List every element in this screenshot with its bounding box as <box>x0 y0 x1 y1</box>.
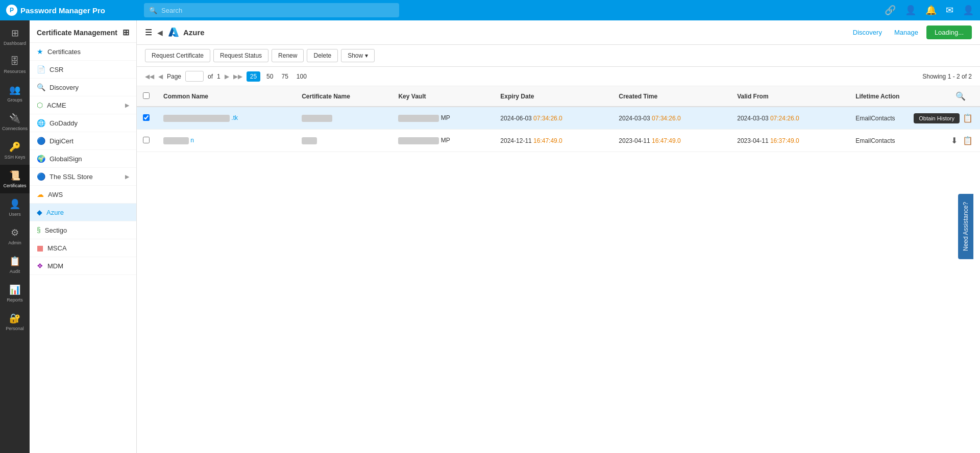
row2-checkbox[interactable] <box>143 137 150 143</box>
user-icon[interactable]: 👤 <box>905 5 916 16</box>
manage-action-button[interactable]: Manage <box>890 26 922 39</box>
show-dropdown-button[interactable]: Show ▾ <box>341 49 374 62</box>
row1-key-vault: MP <box>392 107 494 130</box>
per-page-100-button[interactable]: 100 <box>295 72 309 81</box>
sidebar-item-discovery[interactable]: 🔍 Discovery <box>30 79 136 96</box>
reports-label: Reports <box>7 297 23 303</box>
page-input[interactable]: 1 <box>185 71 204 82</box>
row1-valid-from: 2024-03-03 07:24:26.0 <box>731 107 849 130</box>
sidebar-item-msca[interactable]: ▦ MSCA <box>30 239 136 257</box>
mail-icon[interactable]: ✉ <box>946 5 953 16</box>
reports-icon: 📊 <box>9 284 20 295</box>
row2-key-vault-blurred <box>398 137 439 144</box>
row2-common-name-blurred <box>163 137 189 144</box>
col-header-expiry-date: Expiry Date <box>494 86 612 107</box>
aws-label: AWS <box>48 191 63 198</box>
per-page-25-button[interactable]: 25 <box>247 71 260 82</box>
profile-icon[interactable]: 👤 <box>963 5 974 16</box>
notification-icon[interactable]: 🔔 <box>925 5 937 16</box>
row2-valid-from-time-val: 16:37:49.0 <box>770 137 799 144</box>
resources-icon: 🗄 <box>10 56 19 67</box>
row1-obtain-history-button[interactable]: 📋 <box>962 112 974 124</box>
row1-common-name-blurred <box>163 115 230 122</box>
request-status-button[interactable]: Request Status <box>213 49 268 62</box>
sidebar-item-aws[interactable]: ☁ AWS <box>30 186 136 204</box>
sidebar-item-ssh-keys[interactable]: 🔑 SSH Keys <box>0 136 30 165</box>
sidebar-title: Certificate Management <box>37 29 117 37</box>
sidebar-item-groups[interactable]: 👥 Groups <box>0 79 30 108</box>
row2-valid-from: 2023-04-11 16:37:49.0 <box>731 130 849 152</box>
breadcrumb: Azure <box>168 27 205 38</box>
row2-download-button[interactable]: ⬇ <box>950 135 959 146</box>
sslstore-label: The SSL Store <box>50 173 93 181</box>
last-page-button[interactable]: ▶▶ <box>233 73 242 80</box>
sidebar-item-certificates[interactable]: ★ Certificates <box>30 43 136 61</box>
sidebar-item-connections[interactable]: 🔌 Connections <box>0 108 30 136</box>
row2-lifetime-action: EmailContacts <box>849 130 939 152</box>
row2-obtain-history-button[interactable]: 📋 <box>962 135 974 146</box>
table-search-button[interactable]: 🔍 <box>955 91 966 101</box>
admin-label: Admin <box>8 240 21 245</box>
table-row: n MP 2024-12-11 16:47:49.0 <box>137 130 980 152</box>
first-page-button[interactable]: ◀◀ <box>145 73 154 80</box>
loading-button[interactable]: Loading... <box>926 26 972 39</box>
col-header-valid-from: Valid From <box>731 86 849 107</box>
sidebar-item-sectigo[interactable]: § Sectigo <box>30 221 136 239</box>
sidebar-item-audit[interactable]: 📋 Audit <box>0 250 30 279</box>
delete-button[interactable]: Delete <box>307 49 338 62</box>
of-label: of <box>208 73 213 80</box>
connections-icon: 🔌 <box>9 113 20 124</box>
sidebar-item-acme[interactable]: ⬡ ACME ▶ <box>30 96 136 114</box>
col-header-certificate-name: Certificate Name <box>296 86 392 107</box>
link-icon[interactable]: 🔗 <box>885 5 896 16</box>
row2-certificate-name <box>296 130 392 152</box>
sidebar-item-azure[interactable]: ◆ Azure <box>30 204 136 221</box>
row2-created-time: 2023-04-11 16:47:49.0 <box>612 130 731 152</box>
select-all-checkbox[interactable] <box>143 92 150 99</box>
sidebar-item-dashboard[interactable]: ⊞ Dashboard <box>0 22 30 51</box>
discovery-action-button[interactable]: Discovery <box>849 26 886 39</box>
sidebar-item-resources[interactable]: 🗄 Resources <box>0 51 30 79</box>
menu-toggle-icon[interactable]: ☰ <box>145 28 152 37</box>
sidebar-item-digicert[interactable]: 🔵 DigiCert <box>30 132 136 150</box>
sidebar-item-sslstore[interactable]: 🔵 The SSL Store ▶ <box>30 168 136 186</box>
sidebar-item-certificates[interactable]: 📜 Certificates <box>0 165 30 193</box>
app-logo: P <box>6 5 17 16</box>
sidebar-item-godaddy[interactable]: 🌐 GoDaddy <box>30 114 136 132</box>
csr-label: CSR <box>50 66 63 73</box>
back-icon[interactable]: ◀ <box>157 29 163 37</box>
sidebar-item-personal[interactable]: 🔐 Personal <box>0 308 30 336</box>
per-page-75-button[interactable]: 75 <box>279 72 290 81</box>
request-certificate-button[interactable]: Request Certificate <box>145 49 210 62</box>
row2-valid-from-date-val: 2023-04-11 <box>737 137 770 144</box>
col-header-key-vault: Key Vault <box>392 86 494 107</box>
search-bar[interactable]: 🔍 <box>144 3 399 17</box>
need-assistance-button[interactable]: Need Assistance? <box>958 194 973 259</box>
sidebar-item-csr[interactable]: 📄 CSR <box>30 61 136 79</box>
row2-created-time-val: 16:47:49.0 <box>652 137 681 144</box>
sidebar-item-users[interactable]: 👤 Users <box>0 193 30 222</box>
acme-label: ACME <box>47 102 66 109</box>
row1-checkbox[interactable] <box>143 114 150 121</box>
row2-cert-name-blurred <box>302 137 317 144</box>
ssh-keys-icon: 🔑 <box>9 141 20 153</box>
row2-common-name-suffix: n <box>190 137 194 144</box>
search-input[interactable] <box>161 7 394 14</box>
mdm-icon: ❖ <box>37 262 43 270</box>
per-page-50-button[interactable]: 50 <box>264 72 275 81</box>
sidebar-item-admin[interactable]: ⚙ Admin <box>0 222 30 250</box>
next-page-button[interactable]: ▶ <box>225 73 229 80</box>
renew-button[interactable]: Renew <box>272 49 304 62</box>
row1-common-name: .tk <box>157 107 296 130</box>
row2-key-vault: MP <box>392 130 494 152</box>
sidebar-item-reports[interactable]: 📊 Reports <box>0 279 30 308</box>
sidebar-item-globalsign[interactable]: 🌍 GlobalSign <box>30 150 136 168</box>
row1-created-date-val: 2024-03-03 <box>619 115 652 122</box>
prev-page-button[interactable]: ◀ <box>158 73 163 80</box>
col-header-lifetime-action: Lifetime Action <box>849 86 939 107</box>
certificates-nav-label: Certificates <box>47 48 81 56</box>
discovery-icon: 🔍 <box>37 83 45 91</box>
sidebar-item-mdm[interactable]: ❖ MDM <box>30 257 136 275</box>
sidebar-header: Certificate Management ⊞ <box>30 20 136 43</box>
row2-expiry-date: 2024-12-11 16:47:49.0 <box>494 130 612 152</box>
